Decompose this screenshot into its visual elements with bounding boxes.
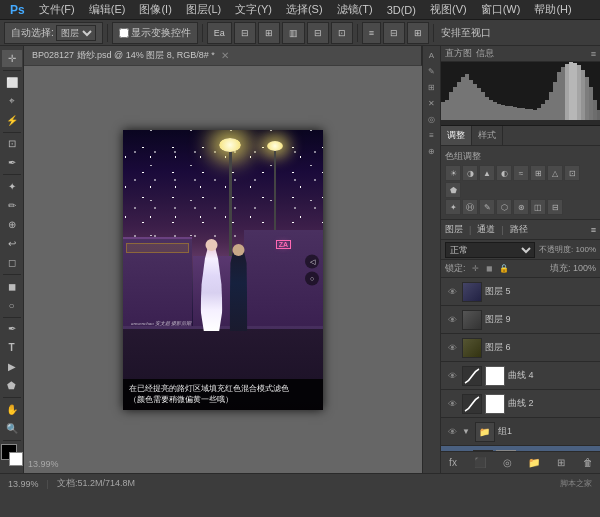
layers-list[interactable]: 👁 图层 5 👁 图层 9 👁 图层 6 xyxy=(441,278,600,451)
transform-checkbox[interactable] xyxy=(119,28,129,38)
menu-filter[interactable]: 滤镜(T) xyxy=(331,0,379,20)
adj-solidcolor[interactable]: ⊟ xyxy=(547,199,563,215)
photo-icon-2[interactable]: ○ xyxy=(305,271,319,285)
gradient-tool[interactable]: ◼ xyxy=(2,278,22,295)
lock-position-icon[interactable]: ✛ xyxy=(470,263,482,275)
layer-eye-curves4[interactable]: 👁 xyxy=(445,369,459,383)
mini-tool-6[interactable]: ≡ xyxy=(425,128,439,142)
move-tool[interactable]: ✛ xyxy=(2,50,22,67)
pen-tool[interactable]: ✒ xyxy=(2,320,22,337)
delete-layer-btn[interactable]: 🗑 xyxy=(580,455,596,471)
menu-file[interactable]: 文件(F) xyxy=(33,0,81,20)
ps-logo[interactable]: Ps xyxy=(4,0,31,20)
menu-select[interactable]: 选择(S) xyxy=(280,0,329,20)
menu-help[interactable]: 帮助(H) xyxy=(528,0,577,20)
layer-item-curves1[interactable]: 👁 曲线 1 xyxy=(441,446,600,451)
layer-item-curves2[interactable]: 👁 曲线 2 xyxy=(441,390,600,418)
show-transform-btn[interactable]: 显示变换控件 xyxy=(112,22,198,44)
auto-select-btn[interactable]: 自动选择: 图层 xyxy=(4,22,103,44)
mini-tool-2[interactable]: ✎ xyxy=(425,64,439,78)
magic-wand-tool[interactable]: ⚡ xyxy=(2,112,22,129)
layer-item-curves4[interactable]: 👁 曲线 4 xyxy=(441,362,600,390)
layer-item-group1[interactable]: 👁 ▼ 📁 组1 xyxy=(441,418,600,446)
blend-mode-select[interactable]: 正常 xyxy=(445,242,535,258)
tab-info[interactable]: 信息 xyxy=(476,47,494,60)
clone-tool[interactable]: ⊕ xyxy=(2,216,22,233)
new-adjustment-btn[interactable]: ◎ xyxy=(499,455,515,471)
eyedropper-tool[interactable]: ✒ xyxy=(2,154,22,171)
layer-item-6[interactable]: 👁 图层 6 xyxy=(441,334,600,362)
lasso-tool[interactable]: ⌖ xyxy=(2,93,22,110)
adj-bw[interactable]: ⊡ xyxy=(564,165,580,181)
layer-item-9[interactable]: 👁 图层 9 xyxy=(441,306,600,334)
mini-tool-4[interactable]: ✕ xyxy=(425,96,439,110)
menu-3d[interactable]: 3D(D) xyxy=(381,0,422,20)
tab-styles[interactable]: 样式 xyxy=(472,126,503,145)
adj-gradient[interactable]: ◫ xyxy=(530,199,546,215)
menu-window[interactable]: 窗口(W) xyxy=(475,0,527,20)
layer-eye-group1[interactable]: 👁 xyxy=(445,425,459,439)
add-mask-btn[interactable]: ⬛ xyxy=(472,455,488,471)
mini-tool-5[interactable]: ◎ xyxy=(425,112,439,126)
menu-view[interactable]: 视图(V) xyxy=(424,0,473,20)
group-collapse-icon[interactable]: ▼ xyxy=(462,427,470,436)
mini-tool-3[interactable]: ⊞ xyxy=(425,80,439,94)
align-btn-2[interactable]: ⊟ xyxy=(234,22,256,44)
align-btn-1[interactable]: Ea xyxy=(207,22,232,44)
layer-item-5[interactable]: 👁 图层 5 xyxy=(441,278,600,306)
background-color[interactable] xyxy=(9,452,23,466)
adj-photofilter[interactable]: ⬟ xyxy=(445,182,461,198)
adj-levels[interactable]: ▲ xyxy=(479,165,495,181)
layer-eye-9[interactable]: 👁 xyxy=(445,313,459,327)
lock-pixels-icon[interactable]: ◼ xyxy=(484,263,496,275)
photo-icon-1[interactable]: ◁ xyxy=(305,254,319,268)
eraser-tool[interactable]: ◻ xyxy=(2,254,22,271)
menu-edit[interactable]: 编辑(E) xyxy=(83,0,132,20)
menu-image[interactable]: 图像(I) xyxy=(133,0,177,20)
adj-hsl[interactable]: ⊞ xyxy=(530,165,546,181)
align-btn-4[interactable]: ▥ xyxy=(282,22,305,44)
canvas-content[interactable]: ZA xyxy=(24,66,422,473)
zoom-tool[interactable]: 🔍 xyxy=(2,420,22,437)
layer-eye-6[interactable]: 👁 xyxy=(445,341,459,355)
adj-colorlookup[interactable]: Ⓗ xyxy=(462,199,478,215)
adj-brightness[interactable]: ☀ xyxy=(445,165,461,181)
history-brush-tool[interactable]: ↩ xyxy=(2,235,22,252)
adj-channelmixer[interactable]: ✦ xyxy=(445,199,461,215)
layer-eye-curves2[interactable]: 👁 xyxy=(445,397,459,411)
adj-vibrance[interactable]: ≈ xyxy=(513,165,529,181)
adj-exposure[interactable]: ◐ xyxy=(496,165,512,181)
add-style-btn[interactable]: fx xyxy=(445,455,461,471)
auto-select-dropdown[interactable]: 图层 xyxy=(56,25,96,41)
shape-tool[interactable]: ⬟ xyxy=(2,377,22,394)
new-layer-btn[interactable]: ⊞ xyxy=(553,455,569,471)
close-tab-icon[interactable]: ✕ xyxy=(221,50,229,61)
adj-posterize[interactable]: ✎ xyxy=(479,199,495,215)
hand-tool[interactable]: ✋ xyxy=(2,401,22,418)
mini-tool-1[interactable]: A xyxy=(425,48,439,62)
mini-tool-7[interactable]: ⊕ xyxy=(425,144,439,158)
channels-title[interactable]: 通道 xyxy=(477,223,495,236)
crop-tool[interactable]: ⊡ xyxy=(2,135,22,152)
menu-layer[interactable]: 图层(L) xyxy=(180,0,227,20)
layers-menu-icon[interactable]: ≡ xyxy=(591,225,596,235)
heal-tool[interactable]: ✦ xyxy=(2,178,22,195)
adj-colorbalance[interactable]: △ xyxy=(547,165,563,181)
panel-options-icon[interactable]: ≡ xyxy=(591,49,596,59)
type-tool[interactable]: T xyxy=(2,339,22,356)
distribute-btn-3[interactable]: ⊞ xyxy=(407,22,429,44)
menu-type[interactable]: 文字(Y) xyxy=(229,0,278,20)
align-btn-3[interactable]: ⊞ xyxy=(258,22,280,44)
distribute-btn-2[interactable]: ⊟ xyxy=(383,22,405,44)
paths-title[interactable]: 路径 xyxy=(510,223,528,236)
dodge-tool[interactable]: ○ xyxy=(2,297,22,314)
tab-histogram[interactable]: 直方图 xyxy=(445,47,472,60)
align-btn-5[interactable]: ⊟ xyxy=(307,22,329,44)
adj-threshold[interactable]: ⊛ xyxy=(513,199,529,215)
tab-adjustments[interactable]: 调整 xyxy=(441,126,472,145)
distribute-btn-1[interactable]: ≡ xyxy=(362,22,381,44)
adj-invert[interactable]: ⬡ xyxy=(496,199,512,215)
layer-eye-5[interactable]: 👁 xyxy=(445,285,459,299)
align-btn-6[interactable]: ⊡ xyxy=(331,22,353,44)
new-group-btn[interactable]: 📁 xyxy=(526,455,542,471)
